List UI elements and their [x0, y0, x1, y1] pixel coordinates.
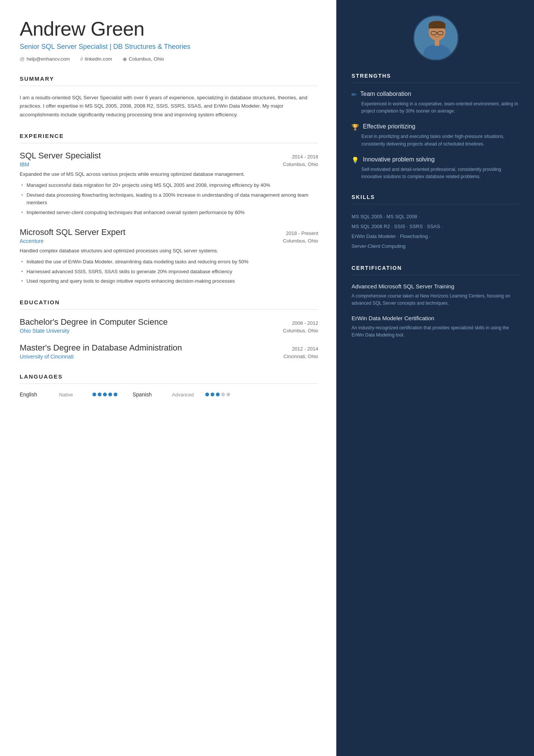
- linkedin-icon: ∂: [80, 56, 83, 62]
- job-2-company: Accenture: [20, 238, 44, 244]
- edu-1: Bachelor's Degree in Computer Science 20…: [20, 317, 318, 334]
- summary-divider: [20, 86, 318, 86]
- job-2-description: Handled complex database structures and …: [20, 247, 318, 255]
- skills-line-1: MS SQL 2005 · MS SQL 2008 ·: [351, 212, 520, 222]
- skills-text: MS SQL 2005 · MS SQL 2008 · MS SQL 2008 …: [351, 212, 520, 251]
- list-item: Implemented server-client computing tech…: [20, 209, 318, 217]
- strength-3: 💡 Innovative problem solving Self-motiva…: [351, 156, 520, 180]
- list-item: Harnessed advanced SSIS, SSRS, SSAS skil…: [20, 268, 318, 276]
- avatar-container: [351, 15, 520, 61]
- edu-2: Master's Degree in Database Administrati…: [20, 343, 318, 360]
- strength-1-title: Team collaboration: [360, 91, 411, 97]
- edu-2-school: University of Cincinnati: [20, 354, 73, 360]
- language-english: English Native: [20, 391, 117, 398]
- language-spanish: Spanish Advanced: [133, 391, 230, 398]
- location-icon: ◉: [123, 56, 127, 62]
- edu-1-degree: Bachelor's Degree in Computer Science: [20, 317, 168, 327]
- avatar-svg: [414, 16, 459, 61]
- email-contact: @ help@enhancv.com: [20, 56, 70, 62]
- skills-line-2: MS SQL 2008 R2 · SSIS · SSRS · SSAS ·: [351, 222, 520, 232]
- pencil-icon: ✏: [351, 91, 356, 98]
- contact-info: @ help@enhancv.com ∂ linkedin.com ◉ Colu…: [20, 56, 318, 62]
- dot-4: [108, 393, 112, 396]
- strength-2-desc: Excel in prioritizing and executing task…: [361, 133, 520, 147]
- strengths-divider: [351, 83, 520, 83]
- summary-title: SUMMARY: [20, 75, 318, 82]
- job-1: SQL Server Specialist 2014 - 2018 IBM Co…: [20, 151, 318, 217]
- education-title: EDUCATION: [20, 299, 318, 305]
- job-2-title: Microsoft SQL Server Expert: [20, 227, 125, 237]
- right-column: STRENGTHS ✏ Team collaboration Experienc…: [336, 0, 534, 756]
- strengths-section: STRENGTHS ✏ Team collaboration Experienc…: [351, 73, 520, 180]
- dot-3: [216, 393, 220, 396]
- edu-2-dates: 2012 - 2014: [292, 346, 318, 352]
- svg-rect-8: [435, 40, 439, 46]
- strength-1-desc: Experienced in working in a cooperative,…: [361, 100, 520, 115]
- strength-2-title: Effective prioritizing: [363, 123, 415, 130]
- spanish-level: Advanced: [172, 392, 198, 398]
- candidate-title: Senior SQL Server Specialist | DB Struct…: [20, 43, 318, 51]
- english-name: English: [20, 391, 54, 398]
- edu-1-dates: 2008 - 2012: [292, 320, 318, 326]
- job-2-header: Microsoft SQL Server Expert 2018 - Prese…: [20, 227, 318, 237]
- languages-divider: [20, 383, 318, 384]
- strength-3-header: 💡 Innovative problem solving: [351, 156, 520, 164]
- job-1-header: SQL Server Specialist 2014 - 2018: [20, 151, 318, 161]
- dot-3: [103, 393, 107, 396]
- languages-list: English Native Spanish Advanced: [20, 391, 318, 398]
- dot-4: [221, 393, 225, 396]
- job-2-company-row: Accenture Columbus, Ohio: [20, 238, 318, 244]
- edu-2-header: Master's Degree in Database Administrati…: [20, 343, 318, 353]
- job-1-location: Columbus, Ohio: [283, 161, 318, 167]
- cert-2: ErWin Data Modeler Certification An indu…: [351, 315, 520, 339]
- certification-title: CERTIFICATION: [351, 265, 520, 271]
- linkedin-text: linkedin.com: [85, 56, 112, 62]
- dot-2: [211, 393, 214, 396]
- spanish-name: Spanish: [133, 391, 167, 398]
- location-text: Columbus, Ohio: [129, 56, 164, 62]
- skills-line-4: Server-Client Computing: [351, 241, 520, 251]
- edu-2-location: Cincinnati, Ohio: [284, 354, 319, 360]
- strengths-title: STRENGTHS: [351, 73, 520, 79]
- summary-text: I am a results-oriented SQL Server Speci…: [20, 94, 318, 119]
- job-2: Microsoft SQL Server Expert 2018 - Prese…: [20, 227, 318, 285]
- job-1-company-row: IBM Columbus, Ohio: [20, 161, 318, 167]
- job-1-dates: 2014 - 2018: [292, 154, 318, 160]
- languages-section: LANGUAGES English Native Spanish Advance…: [20, 373, 318, 398]
- edu-2-school-row: University of Cincinnati Cincinnati, Ohi…: [20, 354, 318, 360]
- experience-section: EXPERIENCE SQL Server Specialist 2014 - …: [20, 133, 318, 285]
- job-1-description: Expanded the use of MS SQL across variou…: [20, 171, 318, 178]
- education-section: EDUCATION Bachelor's Degree in Computer …: [20, 299, 318, 360]
- cert-2-title: ErWin Data Modeler Certification: [351, 315, 520, 322]
- certification-divider: [351, 275, 520, 275]
- job-2-location: Columbus, Ohio: [283, 238, 318, 244]
- strength-1-header: ✏ Team collaboration: [351, 91, 520, 98]
- bulb-icon: 💡: [351, 157, 359, 164]
- dot-2: [98, 393, 101, 396]
- job-2-bullets: Initiated the use of ErWin Data Modeler,…: [20, 258, 318, 285]
- list-item: Managed successful data migration for 20…: [20, 182, 318, 189]
- list-item: Devised data processing flowcharting tec…: [20, 191, 318, 207]
- cert-1-title: Advanced Microsoft SQL Server Training: [351, 283, 520, 290]
- skills-line-3: ErWin Data Modeler · Flowcharting ·: [351, 232, 520, 241]
- email-icon: @: [20, 56, 25, 62]
- edu-1-school: Ohio State University: [20, 328, 70, 334]
- email-text: help@enhancv.com: [27, 56, 70, 62]
- edu-1-school-row: Ohio State University Columbus, Ohio: [20, 328, 318, 334]
- skills-title: SKILLS: [351, 194, 520, 200]
- experience-title: EXPERIENCE: [20, 133, 318, 139]
- english-level: Native: [59, 392, 86, 398]
- dot-1: [205, 393, 209, 396]
- strength-2: 🏆 Effective prioritizing Excel in priori…: [351, 123, 520, 147]
- edu-1-location: Columbus, Ohio: [283, 328, 318, 334]
- experience-divider: [20, 143, 318, 143]
- list-item: Initiated the use of ErWin Data Modeler,…: [20, 258, 318, 266]
- job-1-bullets: Managed successful data migration for 20…: [20, 182, 318, 217]
- svg-rect-3: [429, 25, 445, 28]
- header: Andrew Green Senior SQL Server Specialis…: [20, 18, 318, 62]
- job-1-company: IBM: [20, 161, 29, 167]
- strength-3-title: Innovative problem solving: [363, 156, 434, 163]
- job-1-title: SQL Server Specialist: [20, 151, 101, 161]
- summary-section: SUMMARY I am a results-oriented SQL Serv…: [20, 75, 318, 119]
- edu-2-degree: Master's Degree in Database Administrati…: [20, 343, 182, 353]
